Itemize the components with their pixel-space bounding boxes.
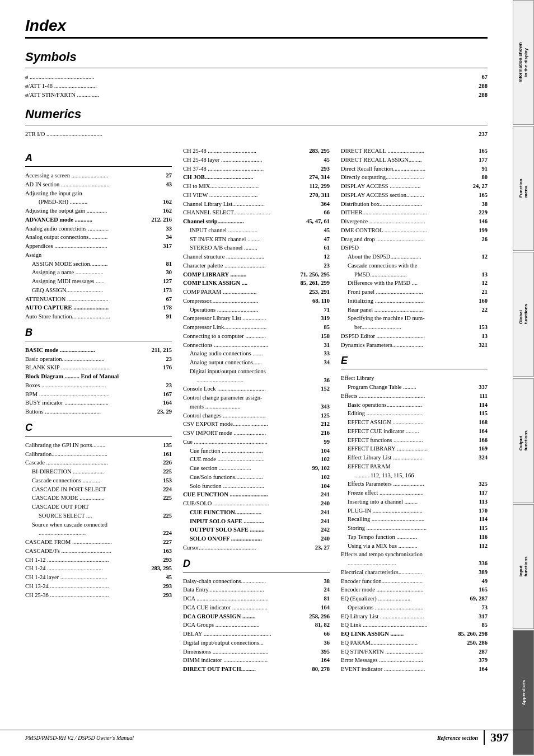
list-item: GEQ ASSIGN.........................173 <box>25 286 172 295</box>
col2-top: CH 25-48 ...............................… <box>183 147 330 552</box>
list-item: Effect Library <box>341 374 488 383</box>
list-item: Initializing ...........................… <box>341 297 488 306</box>
list-item: DSP5D <box>341 243 488 252</box>
list-item: DITHER..................................… <box>341 208 488 217</box>
list-item: Compressor..............................… <box>183 297 330 306</box>
list-item: CUE FUNCTION..................241 <box>183 508 330 517</box>
list-item: Drag and drop ..........................… <box>341 235 488 244</box>
list-item: Operations ............................ … <box>183 306 330 314</box>
col-1: A Accessing a screen ...................… <box>25 147 172 674</box>
list-item: ................................224 <box>25 529 172 538</box>
list-item: Cue function ...........................… <box>183 447 330 456</box>
list-item: Control change parameter assign- <box>183 393 330 402</box>
footer-section: Reference section <box>437 735 478 741</box>
list-item: Front panel ............................… <box>341 288 488 297</box>
list-item: DSP5D Editor ...........................… <box>341 332 488 341</box>
list-item: Digital input/output connections...36 <box>183 638 330 647</box>
list-item: Tap Tempo function ..............116 <box>341 533 488 542</box>
list-item: CH 13-24 ...............................… <box>25 582 172 591</box>
list-item: Boxes ..................................… <box>25 381 172 390</box>
list-item: COMP LIBRARY ...........71, 256, 295 <box>183 270 330 279</box>
list-item: Analog audio connections .......33 <box>183 349 330 358</box>
list-item: ments ........................343 <box>183 402 330 411</box>
list-item: Calibrating the GPI IN ports.........135 <box>25 441 172 450</box>
list-item: Basic operation.........................… <box>25 355 172 364</box>
list-item: ADVANCED mode ............212, 216 <box>25 215 172 224</box>
list-item: Effects Parameters .....................… <box>341 480 488 489</box>
list-item: BLANK SKIP .............................… <box>25 363 172 372</box>
list-item: CH 1-24 ................................… <box>25 564 172 573</box>
letter-d-header: D <box>183 558 330 570</box>
list-item: Encoder function........................… <box>341 577 488 586</box>
list-item: DME CONTROL ............................… <box>341 226 488 235</box>
list-item: EQ PARAM................................… <box>341 638 488 647</box>
list-item: CASCADE IN PORT SELECT224 <box>25 485 172 494</box>
list-item: DCA CUE indicator ......................… <box>183 603 330 612</box>
letter-a-header: A <box>25 152 172 164</box>
list-item: Compressor Library List ................… <box>183 314 330 323</box>
list-item: BASIC mode ........................211, … <box>25 346 172 355</box>
list-item: Program Change Table .........337 <box>341 383 488 392</box>
list-item: DIRECT OUT PATCH..........80, 278 <box>183 665 330 674</box>
list-item: Analog audio connections ..............3… <box>25 224 172 233</box>
list-item: Dynamics Parameters.....................… <box>341 341 488 350</box>
list-item: Source when cascade connected <box>25 520 172 529</box>
tab-output-functions[interactable]: Outputfunctions <box>513 378 534 503</box>
list-item: EQ Library List ........................… <box>341 612 488 621</box>
list-item: ST IN/FX RTN channel .........47 <box>183 235 330 244</box>
list-item: CASCADE FROM ...........................… <box>25 538 172 547</box>
list-item: Cue ....................................… <box>183 438 330 447</box>
list-item: ASSIGN MODE section............81 <box>25 260 172 269</box>
tab-function-menu[interactable]: Functionmenu <box>513 126 534 251</box>
tab-info-display[interactable]: Information shownin the display <box>513 0 534 125</box>
list-item: Freeze effect ..........................… <box>341 489 488 497</box>
list-item: Error Messages .........................… <box>341 656 488 665</box>
col-2: CH 25-48 ...............................… <box>183 147 330 674</box>
list-item: About the DSP5D.....................12 <box>341 252 488 261</box>
tab-input-functions[interactable]: Inputfunctions <box>513 504 534 629</box>
letter-c-header: C <box>25 422 172 434</box>
list-item: EVENT indicator ........................… <box>341 665 488 674</box>
list-item: CH 25-36 ...............................… <box>25 591 172 600</box>
list-item: Control changes ........................… <box>183 411 330 420</box>
tab-global-functions[interactable]: Globalfunctions <box>513 252 534 377</box>
list-item: Dimensions .............................… <box>183 647 330 656</box>
list-item: EFFECT LIBRARY .....................169 <box>341 444 488 453</box>
list-item: Electrical characteristics..............… <box>341 568 488 577</box>
list-item: CUE/SOLO ...............................… <box>183 499 330 508</box>
list-item: CASCADE/Fs .............................… <box>25 547 172 556</box>
list-item: Auto Store function.....................… <box>25 312 172 321</box>
list-item: PM5D.........................13 <box>341 270 488 279</box>
list-item: Assigning MIDI messages ......127 <box>25 277 172 286</box>
list-item: Adjusting the output gain ..............… <box>25 206 172 215</box>
list-item: INPUT channel ....................45 <box>183 226 330 235</box>
list-item: CSV EXPORT mode........................2… <box>183 420 330 429</box>
list-item: Assign <box>25 251 172 260</box>
list-item: Encoder mode ...........................… <box>341 585 488 594</box>
list-item: Buttons ................................… <box>25 407 172 416</box>
list-item: Storing ................................… <box>341 524 488 533</box>
list-item: CASCADE OUT PORT <box>25 503 172 511</box>
list-item: DIRECT RECALL .........................1… <box>341 147 488 156</box>
list-item: Block Diagram .......... End of Manual <box>25 372 172 381</box>
list-item: Console Lock ...........................… <box>183 384 330 393</box>
list-item: .................................336 <box>341 559 488 568</box>
list-item: DELAY ..................................… <box>183 630 330 638</box>
list-item: SOLO ON/OFF .....................240 <box>183 534 330 543</box>
list-item: CUE FUNCTION ..........................2… <box>183 490 330 499</box>
numerics-section: Numerics 2TR I/O .......................… <box>25 107 488 139</box>
footer-right: Reference section 397 <box>437 730 509 745</box>
list-item: BUSY indicator .........................… <box>25 398 172 407</box>
list-item: Distribution box........................… <box>341 200 488 209</box>
list-item: CHANNEL SELECT.........................6… <box>183 208 330 217</box>
list-item: Cascade ................................… <box>25 458 172 467</box>
main-content: Index Symbols ø ........................… <box>0 0 513 756</box>
list-item: Analog output connections.............34 <box>25 233 172 242</box>
list-item: Compressor Link.........................… <box>183 323 330 332</box>
index-columns: A Accessing a screen ...................… <box>25 147 488 674</box>
list-item: DCA GROUP ASSIGN .........258, 296 <box>183 612 330 621</box>
list-item: CH VIEW ................................… <box>183 191 330 200</box>
list-item: ATTENUATION ............................… <box>25 295 172 304</box>
list-item: DIMM indicator .........................… <box>183 656 330 665</box>
list-item: Appendices .............................… <box>25 242 172 251</box>
